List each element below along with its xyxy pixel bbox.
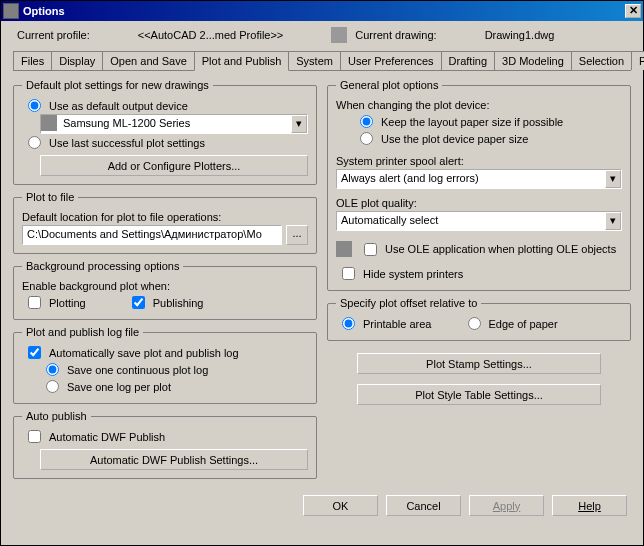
browse-button[interactable]: ... bbox=[286, 225, 308, 245]
plot-style-button[interactable]: Plot Style Table Settings... bbox=[357, 384, 601, 405]
label-hide-printers: Hide system printers bbox=[363, 268, 463, 280]
tab-display[interactable]: Display bbox=[51, 51, 103, 70]
ok-button[interactable]: OK bbox=[303, 495, 378, 516]
check-auto-dwf[interactable] bbox=[28, 430, 41, 443]
label-default-location: Default location for plot to file operat… bbox=[22, 209, 308, 225]
apply-button[interactable]: Apply bbox=[469, 495, 544, 516]
drawing-value: Drawing1.dwg bbox=[485, 29, 555, 41]
close-button[interactable]: ✕ bbox=[625, 4, 641, 18]
dwf-settings-button[interactable]: Automatic DWF Publish Settings... bbox=[40, 449, 308, 470]
group-offset: Specify plot offset relative to Printabl… bbox=[327, 297, 631, 341]
label-use-last: Use last successful plot settings bbox=[49, 137, 205, 149]
label-enable-bg: Enable background plot when: bbox=[22, 278, 308, 294]
tab-3d-modeling[interactable]: 3D Modeling bbox=[494, 51, 572, 70]
dropdown-arrow-icon: ▾ bbox=[605, 170, 621, 188]
check-hide-printers[interactable] bbox=[342, 267, 355, 280]
input-plot-path[interactable]: C:\Documents and Settings\Администратор\… bbox=[22, 225, 282, 245]
group-default-plot: Default plot settings for new drawings U… bbox=[13, 79, 317, 185]
label-one-continuous: Save one continuous plot log bbox=[67, 364, 208, 376]
drawing-icon bbox=[331, 27, 347, 43]
label-publishing: Publishing bbox=[153, 297, 204, 309]
select-spool[interactable]: Always alert (and log errors) ▾ bbox=[336, 169, 622, 189]
radio-use-default[interactable] bbox=[28, 99, 41, 112]
content-area: Default plot settings for new drawings U… bbox=[1, 71, 643, 487]
ole-value: Automatically select bbox=[337, 212, 605, 230]
footer: OK Cancel Apply Help bbox=[1, 487, 643, 524]
label-edge: Edge of paper bbox=[489, 318, 558, 330]
titlebar: Options ✕ bbox=[1, 1, 643, 21]
label-ole: OLE plot quality: bbox=[336, 195, 622, 211]
radio-edge[interactable] bbox=[468, 317, 481, 330]
select-ole[interactable]: Automatically select ▾ bbox=[336, 211, 622, 231]
legend-auto-publish: Auto publish bbox=[22, 410, 91, 422]
tab-bar: Files Display Open and Save Plot and Pub… bbox=[13, 51, 631, 71]
tab-system[interactable]: System bbox=[288, 51, 341, 70]
tab-drafting[interactable]: Drafting bbox=[441, 51, 496, 70]
group-background: Background processing options Enable bac… bbox=[13, 260, 317, 320]
window-title: Options bbox=[23, 5, 625, 17]
plot-stamp-button[interactable]: Plot Stamp Settings... bbox=[357, 353, 601, 374]
cancel-button[interactable]: Cancel bbox=[386, 495, 461, 516]
group-plot-to-file: Plot to file Default location for plot t… bbox=[13, 191, 317, 254]
radio-one-per[interactable] bbox=[46, 380, 59, 393]
legend-log: Plot and publish log file bbox=[22, 326, 143, 338]
legend-general: General plot options bbox=[336, 79, 442, 91]
label-changing-device: When changing the plot device: bbox=[336, 97, 622, 113]
label-auto-save-log: Automatically save plot and publish log bbox=[49, 347, 239, 359]
tab-open-save[interactable]: Open and Save bbox=[102, 51, 194, 70]
select-printer[interactable]: Samsung ML-1200 Series ▾ bbox=[40, 114, 308, 134]
check-plotting[interactable] bbox=[28, 296, 41, 309]
radio-use-last[interactable] bbox=[28, 136, 41, 149]
dropdown-arrow-icon: ▾ bbox=[291, 115, 307, 133]
app-icon bbox=[3, 3, 19, 19]
check-use-ole[interactable] bbox=[364, 243, 377, 256]
legend-background: Background processing options bbox=[22, 260, 183, 272]
add-plotters-button[interactable]: Add or Configure Plotters... bbox=[40, 155, 308, 176]
tab-profiles[interactable]: Profiles bbox=[631, 51, 644, 70]
check-publishing[interactable] bbox=[132, 296, 145, 309]
label-printable: Printable area bbox=[363, 318, 432, 330]
label-keep-layout: Keep the layout paper size if possible bbox=[381, 116, 563, 128]
radio-use-device[interactable] bbox=[360, 132, 373, 145]
legend-plot-to-file: Plot to file bbox=[22, 191, 78, 203]
profile-value: <<AutoCAD 2...med Profile>> bbox=[138, 29, 284, 41]
check-auto-save-log[interactable] bbox=[28, 346, 41, 359]
drawing-label: Current drawing: bbox=[355, 29, 436, 41]
group-auto-publish: Auto publish Automatic DWF Publish Autom… bbox=[13, 410, 317, 479]
options-dialog: Options ✕ Current profile: <<AutoCAD 2..… bbox=[0, 0, 644, 546]
header-row: Current profile: <<AutoCAD 2...med Profi… bbox=[1, 21, 643, 47]
ole-icon bbox=[336, 241, 352, 257]
right-column: General plot options When changing the p… bbox=[327, 79, 631, 479]
profile-label: Current profile: bbox=[17, 29, 90, 41]
spool-value: Always alert (and log errors) bbox=[337, 170, 605, 188]
group-log: Plot and publish log file Automatically … bbox=[13, 326, 317, 404]
label-plotting: Plotting bbox=[49, 297, 86, 309]
left-column: Default plot settings for new drawings U… bbox=[13, 79, 317, 479]
label-spool: System printer spool alert: bbox=[336, 153, 622, 169]
radio-keep-layout[interactable] bbox=[360, 115, 373, 128]
tab-files[interactable]: Files bbox=[13, 51, 52, 70]
tab-user-prefs[interactable]: User Preferences bbox=[340, 51, 442, 70]
label-use-ole: Use OLE application when plotting OLE ob… bbox=[385, 243, 616, 255]
label-one-per: Save one log per plot bbox=[67, 381, 171, 393]
legend-offset: Specify plot offset relative to bbox=[336, 297, 481, 309]
printer-icon bbox=[41, 115, 57, 131]
tab-plot-publish[interactable]: Plot and Publish bbox=[194, 51, 290, 71]
label-use-default: Use as default output device bbox=[49, 100, 188, 112]
group-general: General plot options When changing the p… bbox=[327, 79, 631, 291]
label-auto-dwf: Automatic DWF Publish bbox=[49, 431, 165, 443]
radio-one-continuous[interactable] bbox=[46, 363, 59, 376]
legend-default-plot: Default plot settings for new drawings bbox=[22, 79, 213, 91]
tab-selection[interactable]: Selection bbox=[571, 51, 632, 70]
help-button[interactable]: Help bbox=[552, 495, 627, 516]
radio-printable[interactable] bbox=[342, 317, 355, 330]
dropdown-arrow-icon: ▾ bbox=[605, 212, 621, 230]
printer-value: Samsung ML-1200 Series bbox=[59, 115, 291, 133]
label-use-device: Use the plot device paper size bbox=[381, 133, 528, 145]
